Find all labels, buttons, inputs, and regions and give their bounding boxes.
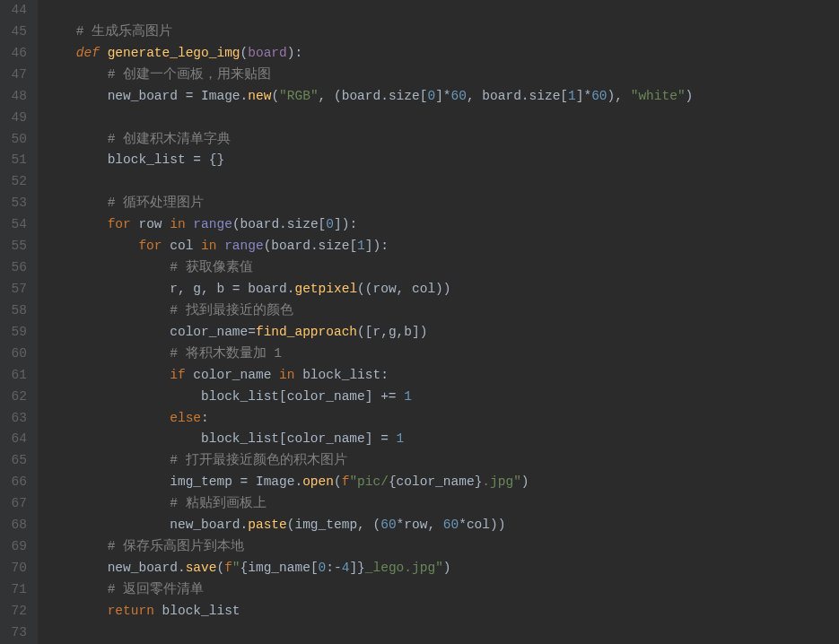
code-token: 0 (427, 89, 435, 103)
code-token: # 创建积木清单字典 (108, 132, 231, 146)
code-token: ]* (576, 89, 591, 103)
code-line: for row in range(board.size[0]): (45, 214, 693, 236)
code-token: img_temp = Image. (170, 474, 302, 489)
line-number: 48 (7, 86, 27, 108)
code-token: # 创建一个画板，用来贴图 (108, 67, 271, 82)
line-number: 49 (7, 108, 27, 129)
code-token: # 获取像素值 (170, 260, 252, 274)
code-line: # 保存乐高图片到本地 (45, 536, 693, 558)
code-line (45, 622, 693, 644)
line-number: 67 (7, 493, 27, 515)
code-line: for col in range(board.size[1]): (45, 236, 693, 257)
code-token: (board.size[ (264, 239, 357, 253)
line-number: 64 (7, 429, 27, 450)
code-token: ): (287, 46, 302, 60)
code-token: # 找到最接近的颜色 (170, 303, 293, 318)
code-editor[interactable]: # 生成乐高图片 def generate_lego_img(board): #… (38, 0, 693, 644)
code-token: ]): (365, 239, 389, 253)
code-token: ) (686, 89, 694, 103)
code-token: ((row, col)) (357, 282, 450, 296)
code-token: r, g, b = board. (170, 282, 294, 296)
code-token: .jpg" (482, 474, 521, 489)
code-token: "white" (631, 89, 686, 103)
line-number: 65 (7, 450, 27, 472)
code-token: if (170, 368, 193, 382)
code-line: block_list[color_name] = 1 (45, 429, 693, 450)
line-number: 63 (7, 408, 27, 430)
code-line: # 循环处理图片 (45, 193, 693, 214)
code-token: (img_temp, ( (287, 518, 380, 532)
line-number: 73 (7, 622, 27, 644)
code-token: 1 (404, 389, 412, 404)
line-number: 47 (7, 65, 27, 86)
code-token: # 生成乐高图片 (76, 24, 172, 39)
code-token: generate_lego_img (108, 46, 240, 60)
code-line: # 生成乐高图片 (45, 22, 693, 43)
code-token: range (193, 217, 232, 231)
code-token: return (108, 604, 162, 618)
code-line: # 创建一个画板，用来贴图 (45, 65, 693, 86)
code-line: if color_name in block_list: (45, 365, 693, 387)
line-number: 58 (7, 300, 27, 322)
code-token: ( (216, 561, 224, 575)
line-number: 61 (7, 365, 27, 387)
line-number: 70 (7, 558, 27, 579)
code-token: : (201, 411, 209, 425)
code-token: color_name= (170, 325, 256, 339)
code-token: save (186, 561, 217, 575)
code-token: # 粘贴到画板上 (170, 496, 266, 510)
line-number: 71 (7, 579, 27, 601)
code-token: ) (521, 474, 529, 489)
code-token: 60 (451, 89, 467, 103)
code-token: "pic/ (349, 474, 389, 489)
line-number: 72 (7, 601, 27, 622)
code-token: 60 (380, 518, 396, 532)
line-number: 51 (7, 150, 27, 171)
code-token: # 返回零件清单 (108, 582, 204, 596)
line-number: 45 (7, 22, 27, 43)
code-token: ]* (435, 89, 450, 103)
line-number: 62 (7, 387, 27, 408)
code-token: 60 (443, 518, 459, 532)
code-token: 60 (591, 89, 607, 103)
line-number: 54 (7, 214, 27, 236)
code-token: 1 (357, 239, 365, 253)
code-token: , board.size[ (467, 89, 568, 103)
line-number: 44 (7, 0, 27, 22)
code-token: :- (326, 561, 341, 575)
code-line: block_list = {} (45, 150, 693, 171)
code-line (45, 108, 693, 129)
code-token: ( (271, 89, 279, 103)
code-line: def generate_lego_img(board): (45, 43, 693, 65)
line-number: 59 (7, 322, 27, 344)
code-token: block_list: (302, 368, 389, 382)
code-line: new_board.save(f"{img_name[0:-4]}_lego.j… (45, 558, 693, 579)
code-token: f (224, 561, 232, 575)
code-token: new_board. (108, 561, 186, 575)
code-token: } (357, 561, 365, 575)
code-token: new_board = Image. (108, 89, 249, 103)
code-line: r, g, b = board.getpixel((row, col)) (45, 279, 693, 300)
line-number: 60 (7, 344, 27, 365)
code-token: " (232, 561, 240, 575)
code-token: range (224, 239, 264, 253)
code-token: ) (443, 561, 451, 575)
code-token: *col)) (459, 518, 505, 532)
line-number: 52 (7, 171, 27, 193)
code-line (45, 0, 693, 22)
code-token: # 保存乐高图片到本地 (108, 539, 244, 553)
code-line (45, 171, 693, 193)
code-token: block_list[color_name] += (201, 389, 404, 404)
code-token: find_approach (256, 325, 357, 339)
line-number: 66 (7, 472, 27, 493)
code-token: color_name (193, 368, 279, 382)
code-token: new_board. (170, 518, 248, 532)
code-token: img_name[ (248, 561, 318, 575)
code-token: ]): (334, 217, 357, 231)
code-token: 0 (319, 561, 327, 575)
code-line: else: (45, 408, 693, 430)
code-token: row (138, 217, 170, 231)
code-token: ([r,g,b]) (357, 325, 427, 339)
code-token: 1 (397, 431, 405, 446)
code-line: return block_list (45, 601, 693, 622)
